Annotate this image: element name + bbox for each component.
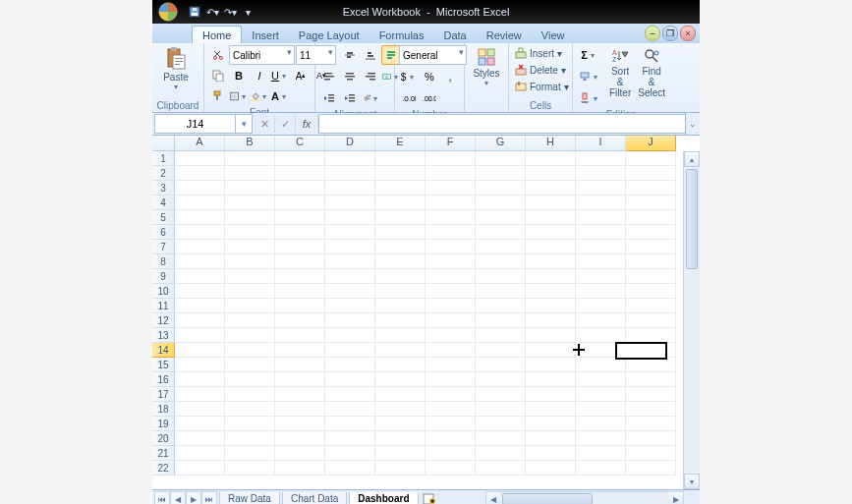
sheet-tab-dashboard[interactable]: Dashboard (349, 492, 418, 504)
row-header-18[interactable]: 18 (152, 402, 175, 417)
name-box[interactable]: J14 ▾ (154, 114, 253, 134)
last-sheet-button[interactable]: ⏭ (201, 491, 217, 504)
cell-J1[interactable] (626, 151, 676, 166)
cell-H2[interactable] (526, 166, 576, 181)
cell-A14[interactable] (175, 343, 225, 358)
cell-B3[interactable] (225, 181, 275, 196)
cell-F5[interactable] (426, 210, 476, 225)
row-header-2[interactable]: 2 (152, 166, 175, 181)
bold-button[interactable]: B (229, 66, 249, 85)
save-icon[interactable] (188, 5, 201, 19)
scroll-down-button[interactable]: ▾ (684, 474, 700, 489)
cell-B15[interactable] (225, 358, 275, 372)
cell-H14[interactable] (526, 343, 576, 358)
cell-H16[interactable] (526, 372, 576, 387)
cell-I16[interactable] (576, 372, 626, 387)
horizontal-scrollbar[interactable]: ◀ ▶ (485, 491, 684, 504)
vscroll-thumb[interactable] (686, 169, 698, 269)
cell-E3[interactable] (375, 181, 426, 196)
cell-B2[interactable] (225, 166, 275, 181)
grow-font-button[interactable]: A▴ (291, 66, 311, 85)
cell-H11[interactable] (526, 299, 576, 313)
cell-E15[interactable] (375, 358, 426, 372)
cell-I2[interactable] (576, 166, 626, 181)
cell-B11[interactable] (225, 299, 275, 313)
cell-G6[interactable] (476, 225, 526, 240)
find-select-button[interactable]: Find & Select (636, 45, 667, 100)
cell-I7[interactable] (576, 240, 626, 254)
cell-D11[interactable] (325, 299, 375, 313)
cell-E13[interactable] (375, 328, 426, 343)
cell-G8[interactable] (476, 254, 526, 269)
cell-J22[interactable] (626, 461, 676, 476)
comma-button[interactable]: , (440, 67, 460, 86)
cell-A22[interactable] (175, 461, 225, 476)
cell-A16[interactable] (175, 372, 225, 387)
orientation-button[interactable]: ab▾ (361, 88, 380, 108)
cell-C17[interactable] (275, 387, 325, 402)
cell-F3[interactable] (426, 181, 476, 196)
cell-F20[interactable] (426, 431, 476, 446)
cell-F2[interactable] (426, 166, 476, 181)
cell-A8[interactable] (175, 254, 225, 269)
cell-J13[interactable] (626, 328, 676, 343)
cell-I5[interactable] (576, 210, 626, 225)
cell-J16[interactable] (626, 372, 676, 387)
row-header-14[interactable]: 14 (152, 343, 175, 358)
accounting-format-button[interactable]: $▾ (399, 67, 419, 86)
insert-cells-button[interactable]: Insert ▾ (513, 45, 571, 61)
cell-I18[interactable] (576, 402, 626, 417)
cell-F6[interactable] (426, 225, 476, 240)
cell-J10[interactable] (626, 284, 676, 299)
cell-I1[interactable] (576, 151, 626, 166)
restore-button[interactable]: ❐ (662, 26, 678, 41)
row-header-13[interactable]: 13 (152, 328, 175, 343)
cell-G13[interactable] (476, 328, 526, 343)
cell-B20[interactable] (225, 431, 275, 446)
cell-F10[interactable] (426, 284, 476, 299)
sort-filter-button[interactable]: AZ Sort & Filter (607, 45, 633, 100)
cell-E22[interactable] (375, 461, 426, 476)
cell-B7[interactable] (225, 240, 275, 254)
fill-button[interactable]: ▾ (577, 67, 602, 86)
cell-E20[interactable] (375, 431, 426, 446)
cell-H13[interactable] (526, 328, 576, 343)
cell-D9[interactable] (325, 269, 375, 284)
cell-I10[interactable] (576, 284, 626, 299)
cell-D6[interactable] (325, 225, 375, 240)
decrease-decimal-button[interactable]: .00.0 (420, 88, 439, 108)
minimize-button[interactable]: – (645, 26, 660, 41)
tab-review[interactable]: Review (477, 27, 532, 43)
cell-F9[interactable] (426, 269, 476, 284)
undo-icon[interactable]: ↶▾ (205, 5, 219, 19)
grid-body[interactable]: 12345678910111213141516171819202122 (152, 151, 700, 489)
cell-H9[interactable] (526, 269, 576, 284)
cell-F1[interactable] (426, 151, 476, 166)
cell-J19[interactable] (626, 417, 676, 431)
tab-insert[interactable]: Insert (242, 27, 289, 43)
cell-A19[interactable] (175, 417, 225, 431)
cell-J17[interactable] (626, 387, 676, 402)
row-header-15[interactable]: 15 (152, 358, 175, 372)
cell-A4[interactable] (175, 196, 225, 210)
cell-E1[interactable] (375, 151, 426, 166)
sheet-tab-raw-data[interactable]: Raw Data (219, 492, 280, 504)
cell-G15[interactable] (476, 358, 526, 372)
cell-H6[interactable] (526, 225, 576, 240)
cell-D22[interactable] (325, 461, 375, 476)
scroll-right-button[interactable]: ▶ (669, 492, 683, 504)
col-header-H[interactable]: H (526, 136, 576, 151)
cell-B21[interactable] (225, 446, 275, 461)
cell-G19[interactable] (476, 417, 526, 431)
cell-C4[interactable] (275, 196, 325, 210)
cell-E19[interactable] (375, 417, 426, 431)
cell-C19[interactable] (275, 417, 325, 431)
cell-J14[interactable] (626, 343, 676, 358)
cell-B22[interactable] (225, 461, 275, 476)
cell-G22[interactable] (476, 461, 526, 476)
cell-F16[interactable] (426, 372, 476, 387)
cell-J5[interactable] (626, 210, 676, 225)
cell-H10[interactable] (526, 284, 576, 299)
formula-input[interactable] (318, 114, 686, 134)
autosum-button[interactable]: Σ▾ (577, 45, 602, 65)
